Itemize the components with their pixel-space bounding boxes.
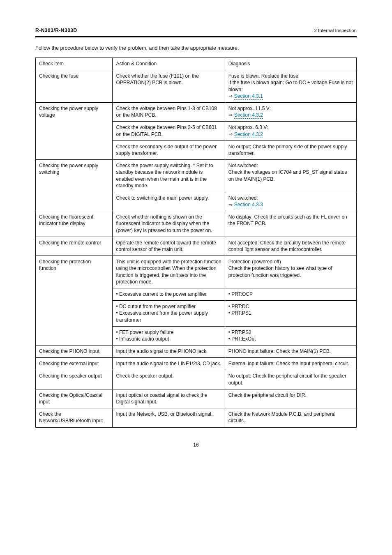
check-item-cell: Checking the power supply voltage: [36, 103, 113, 160]
table-row: Checking the protection functionThis uni…: [36, 256, 357, 288]
diagnosis-cell: No display: Check the circuits such as t…: [225, 211, 356, 237]
action-cell: Input the audio signal to the LINE1/2/3,…: [113, 358, 225, 370]
table-row: Checking the fuseCheck whether the fuse …: [36, 70, 357, 103]
diagnosis-cell: Check the Network Module P.C.B. and peri…: [225, 408, 356, 427]
cross-reference-link[interactable]: Section 4.3.3: [234, 202, 263, 208]
check-item-cell: Checking the Optical/Coaxial input: [36, 389, 113, 408]
col-diagnosis: Diagnosis: [225, 58, 356, 70]
cross-reference-link[interactable]: Section 4.3.2: [234, 131, 263, 138]
action-cell: Check whether nothing is shown on the fl…: [113, 211, 225, 237]
arrow-icon: ⇒: [228, 112, 234, 118]
table-row: Checking the Optical/Coaxial inputInput …: [36, 389, 357, 408]
table-row: Checking the external inputInput the aud…: [36, 358, 357, 370]
action-cell: • Excessive current to the power amplifi…: [113, 288, 225, 300]
action-cell: Input optical or coaxial signal to check…: [113, 389, 225, 408]
diagnosis-text: • PRT:PS2 • PRT:ExOut: [228, 329, 256, 342]
action-cell: Check the voltage between Pins 1-3 of CB…: [113, 103, 225, 122]
col-action: Action & Condition: [113, 58, 225, 70]
diagnosis-text: No output: Check the primary side of the…: [228, 144, 347, 156]
diagnosis-cell: Check the peripheral circuit for DIR.: [225, 389, 356, 408]
action-cell: Check to switching the main power supply…: [113, 192, 225, 211]
section-title: 2 Internal Inspection: [314, 28, 357, 34]
action-cell: Input the audio signal to the PHONO jack…: [113, 345, 225, 358]
diagnosis-cell: No output: Check the primary side of the…: [225, 140, 356, 159]
table-row: Checking the remote controlOperate the r…: [36, 237, 357, 256]
page-header: R-N303/R-N303D 2 Internal Inspection: [35, 27, 357, 37]
table-row: Checking the PHONO inputInput the audio …: [36, 345, 357, 358]
diagnosis-cell: Not accepted: Check the circuitry betwee…: [225, 237, 356, 256]
check-item-cell: Checking the speaker output: [36, 370, 113, 389]
table-header-row: Check item Action & Condition Diagnosis: [36, 58, 357, 70]
diagnosis-text: External input failure: Check the input …: [228, 361, 349, 366]
table-row: Checking the fluorescent indicator tube …: [36, 211, 357, 237]
diagnosis-text: Protection (powered off) Check the prote…: [228, 259, 332, 278]
col-check-item: Check item: [36, 58, 113, 70]
action-cell: Operate the remote control toward the re…: [113, 237, 225, 256]
diagnosis-table: Check item Action & Condition Diagnosis …: [35, 58, 357, 428]
arrow-icon: ⇒: [228, 202, 234, 207]
diagnosis-cell: Fuse is blown: Replace the fuse. If the …: [225, 70, 356, 103]
check-item-cell: Checking the external input: [36, 358, 113, 370]
action-cell: • DC output from the power amplifier • E…: [113, 301, 225, 327]
diagnosis-cell: PHONO input failure: Check the MAIN(1) P…: [225, 345, 356, 358]
diagnosis-text: • PRT:OCP: [228, 291, 253, 297]
diagnosis-cell: No output: Check the peripheral circuit …: [225, 370, 356, 389]
table-row: Checking the power supply switchingCheck…: [36, 160, 357, 192]
diagnosis-cell: Protection (powered off) Check the prote…: [225, 256, 356, 288]
table-row: Checking the speaker outputCheck the spe…: [36, 370, 357, 389]
cross-reference-link[interactable]: Section 4.3.1: [234, 93, 263, 100]
arrow-icon: ⇒: [228, 93, 234, 99]
table-row: Check the Network/USB/Bluetooth inputInp…: [36, 408, 357, 427]
check-item-cell: Checking the fluorescent indicator tube …: [36, 211, 113, 237]
diagnosis-text: Not switched: Check the voltages on IC70…: [228, 163, 347, 182]
page-number: 16: [35, 442, 357, 448]
diagnosis-text: PHONO input failure: Check the MAIN(1) P…: [228, 348, 331, 354]
diagnosis-cell: Not approx. 11.5 V: ⇒Section 4.3.2: [225, 103, 356, 122]
check-item-cell: Checking the power supply switching: [36, 160, 113, 211]
table-row: Checking the power supply voltageCheck t…: [36, 103, 357, 122]
cross-reference-link[interactable]: Section 4.3.2: [234, 112, 263, 119]
check-item-cell: Checking the remote control: [36, 237, 113, 256]
diagnosis-cell: Not approx. 6.3 V: ⇒Section 4.3.2: [225, 122, 356, 140]
action-cell: This unit is equipped with the protectio…: [113, 256, 225, 288]
action-cell: Check the secondary-side output of the p…: [113, 140, 225, 159]
action-cell: • FET power supply failure • Infrasonic …: [113, 326, 225, 345]
diagnosis-text: Check the peripheral circuit for DIR.: [228, 392, 307, 398]
diagnosis-text: No output: Check the peripheral circuit …: [228, 373, 346, 385]
model-name: R-N303/R-N303D: [35, 27, 77, 34]
check-item-cell: Checking the PHONO input: [36, 345, 113, 358]
diagnosis-cell: Not switched: Check the voltages on IC70…: [225, 160, 356, 192]
diagnosis-text: Not approx. 6.3 V:: [228, 124, 268, 130]
diagnosis-text: Not accepted: Check the circuitry betwee…: [228, 240, 346, 252]
action-cell: Check whether the fuse (F101) on the OPE…: [113, 70, 225, 103]
diagnosis-text: No display: Check the circuits such as t…: [228, 214, 347, 226]
action-cell: Check the speaker output.: [113, 370, 225, 389]
arrow-icon: ⇒: [228, 131, 234, 137]
action-cell: Input the Network, USB, or Bluetooth sig…: [113, 408, 225, 427]
diagnosis-cell: Not switched: ⇒Section 4.3.3: [225, 192, 356, 211]
diagnosis-text: Not approx. 11.5 V:: [228, 106, 271, 111]
check-item-cell: Checking the fuse: [36, 70, 113, 103]
diagnosis-text: Fuse is blown: Replace the fuse. If the …: [228, 73, 329, 85]
diagnosis-text: Check the Network Module P.C.B. and peri…: [228, 411, 336, 424]
intro-text: Follow the procedure below to verify the…: [35, 45, 357, 52]
check-item-cell: Check the Network/USB/Bluetooth input: [36, 408, 113, 427]
diagnosis-cell: • PRT:PS2 • PRT:ExOut: [225, 326, 356, 345]
diagnosis-cell: • PRT:DC • PRT:PS1: [225, 301, 356, 327]
diagnosis-cell: • PRT:OCP: [225, 288, 356, 300]
action-cell: Check the voltage between Pins 3-5 of CB…: [113, 122, 225, 140]
diagnosis-text: Not switched:: [228, 195, 258, 201]
check-item-cell: Checking the protection function: [36, 256, 113, 345]
diagnosis-text: • PRT:DC • PRT:PS1: [228, 304, 251, 316]
action-cell: Check the power supply switching. * Set …: [113, 160, 225, 192]
diagnosis-cell: External input failure: Check the input …: [225, 358, 356, 370]
